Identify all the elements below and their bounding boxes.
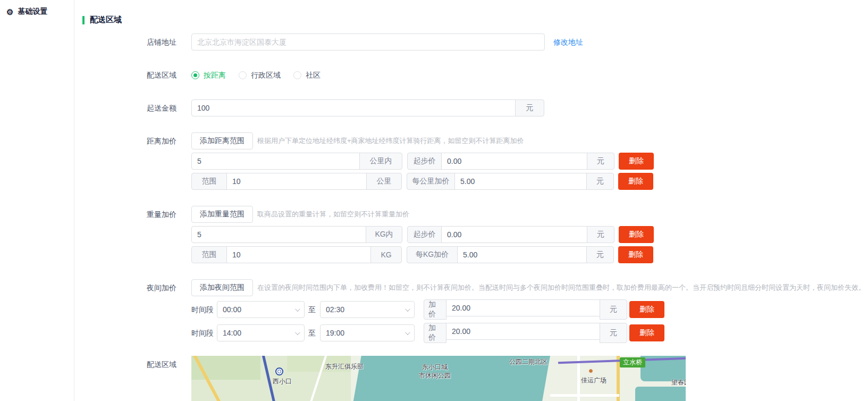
distance-label: 距离加价 xyxy=(74,132,191,149)
per-km-price-group: 每公里加价 元 xyxy=(407,173,614,190)
night-surcharge-section: 夜间加价 添加夜间范围 在设置的夜间时间范围内下单，加收费用！如留空，则不计算夜… xyxy=(74,279,868,343)
min-amount-row: 起送金额 元 xyxy=(74,99,868,116)
edit-address-link[interactable]: 修改地址 xyxy=(553,34,583,51)
radio-by-distance[interactable]: 按距离 xyxy=(191,66,226,83)
store-address-input[interactable] xyxy=(191,34,545,51)
sidebar: ⚙ 基础设置 xyxy=(0,0,74,401)
radio-admin-region[interactable]: 行政区域 xyxy=(239,66,281,83)
weight-limit-input[interactable] xyxy=(191,226,366,243)
weight-row-1: KG内 起步价 元 删除 xyxy=(191,226,654,243)
distance-base-price-input[interactable] xyxy=(441,153,587,170)
night-start-select[interactable]: 14:00 xyxy=(217,324,305,341)
distance-base-price-group: 起步价 元 xyxy=(407,153,614,170)
store-address-row: 店铺地址 修改地址 xyxy=(74,34,868,51)
night-price-input[interactable] xyxy=(446,323,600,340)
kg-within-suffix: KG内 xyxy=(366,226,402,243)
radio-community[interactable]: 社区 xyxy=(293,66,321,83)
yuan-suffix: 元 xyxy=(515,99,544,116)
distance-limit-input[interactable] xyxy=(191,153,360,170)
period-label: 时间段 xyxy=(191,301,214,318)
distance-range-input[interactable] xyxy=(226,173,367,190)
distance-hint: 根据用户下单定位地址经纬度+商家地址经纬度计算骑行距离，如留空则不计算距离加价 xyxy=(257,136,524,146)
weight-range-input[interactable] xyxy=(226,246,371,263)
delete-button[interactable]: 删除 xyxy=(629,324,664,341)
area-type-row: 配送区域 按距离 行政区域 社区 xyxy=(74,66,868,83)
delete-button[interactable]: 删除 xyxy=(619,153,654,170)
weight-controls: 添加重量范围 取商品设置的重量计算，如留空则不计算重量加价 KG内 起步价 元 … xyxy=(191,206,654,263)
night-price-group: 加价 元 xyxy=(424,299,627,320)
night-price-input[interactable] xyxy=(446,299,600,316)
to-label: 至 xyxy=(308,324,316,341)
per-kg-price-input[interactable] xyxy=(457,246,587,263)
range-prefix: 范围 xyxy=(191,246,227,263)
select-value: 19:00 xyxy=(326,329,344,337)
radio-selected-icon xyxy=(191,71,199,79)
weight-range-group: 范围 KG xyxy=(191,246,402,263)
map-label-park: 东小口城 市休闲公园 xyxy=(419,363,451,380)
per-km-price-input[interactable] xyxy=(454,173,587,190)
add-distance-range-button[interactable]: 添加距离范围 xyxy=(191,132,253,149)
map-label-park-north: 公园二期北区 xyxy=(509,357,547,366)
sidebar-item-label: 基础设置 xyxy=(18,7,47,16)
weight-base-price-group: 起步价 元 xyxy=(407,226,614,243)
min-amount-input[interactable] xyxy=(191,99,516,116)
period-label: 时间段 xyxy=(191,324,214,341)
weight-hint: 取商品设置的重量计算，如留空则不计算重量加价 xyxy=(257,210,409,219)
delete-button[interactable]: 删除 xyxy=(629,301,664,318)
weight-label: 重量加价 xyxy=(74,206,191,223)
weight-toolbar: 添加重量范围 取商品设置的重量计算，如留空则不计算重量加价 xyxy=(191,206,654,223)
add-weight-range-button[interactable]: 添加重量范围 xyxy=(191,206,253,223)
night-controls: 添加夜间范围 在设置的夜间时间范围内下单，加收费用！如留空，则不计算夜间加价。当… xyxy=(191,279,865,343)
to-label: 至 xyxy=(308,301,316,318)
map-label-club: 东升汇俱乐部 xyxy=(325,362,364,371)
yuan-suffix: 元 xyxy=(587,226,614,243)
kg-suffix: KG xyxy=(370,246,402,263)
radio-unselected-icon xyxy=(293,71,301,79)
surcharge-prefix: 加价 xyxy=(424,299,446,320)
store-address-controls: 修改地址 xyxy=(191,34,583,51)
distance-row-2: 范围 公里 每公里加价 元 删除 xyxy=(191,173,654,190)
section-accent-bar xyxy=(82,16,85,24)
yuan-suffix: 元 xyxy=(587,153,614,170)
section-header: 配送区域 xyxy=(82,15,868,25)
sidebar-item-basic-settings[interactable]: ⚙ 基础设置 xyxy=(0,0,74,23)
per-kg-price-group: 每KG加价 元 xyxy=(407,246,614,263)
per-km-prefix: 每公里加价 xyxy=(407,173,455,190)
night-start-select[interactable]: 00:00 xyxy=(217,301,305,318)
add-night-range-button[interactable]: 添加夜间范围 xyxy=(191,279,253,296)
delete-button[interactable]: 删除 xyxy=(618,173,653,190)
range-prefix: 范围 xyxy=(191,173,227,190)
night-row-1: 时间段 00:00 至 02:30 加价 元 删除 xyxy=(191,299,865,320)
night-end-select[interactable]: 02:30 xyxy=(320,301,415,318)
yuan-suffix: 元 xyxy=(586,246,614,263)
night-toolbar: 添加夜间范围 在设置的夜间时间范围内下单，加收费用！如留空，则不计算夜间加价。当… xyxy=(191,279,865,296)
delete-button[interactable]: 删除 xyxy=(618,246,653,263)
distance-row-1: 公里内 起步价 元 删除 xyxy=(191,153,654,170)
map-water-right-bottom xyxy=(635,387,686,401)
map-label-lishuiqiao: 立水桥 xyxy=(620,357,645,367)
distance-limit-group: 公里内 xyxy=(191,153,402,170)
map-label-wangchunyuan: 望春园 xyxy=(671,378,686,387)
weight-limit-group: KG内 xyxy=(191,226,402,243)
min-amount-group: 元 xyxy=(191,99,544,116)
min-amount-label: 起送金额 xyxy=(74,99,191,116)
distance-controls: 添加距离范围 根据用户下单定位地址经纬度+商家地址经纬度计算骑行距离，如留空则不… xyxy=(191,132,654,190)
surcharge-prefix: 加价 xyxy=(424,323,446,343)
map-label-jiayun-plaza: 佳运广场 xyxy=(581,376,606,385)
map-label-park-line1: 东小口城 xyxy=(419,363,451,371)
map-label-text: 配送区域 xyxy=(74,356,191,373)
yuan-suffix: 元 xyxy=(586,173,614,190)
delete-button[interactable]: 删除 xyxy=(619,226,654,243)
area-type-radio-group: 按距离 行政区域 社区 xyxy=(191,66,333,83)
weight-surcharge-section: 重量加价 添加重量范围 取商品设置的重量计算，如留空则不计算重量加价 KG内 起… xyxy=(74,206,868,263)
km-within-suffix: 公里内 xyxy=(359,153,402,170)
select-value: 00:00 xyxy=(223,305,241,314)
weight-row-2: 范围 KG 每KG加价 元 删除 xyxy=(191,246,654,263)
chevron-down-icon xyxy=(405,306,410,312)
chevron-down-icon xyxy=(295,306,300,312)
app-window: ⚙ 基础设置 配送区域 店铺地址 修改地址 配送区域 按距离 xyxy=(0,0,868,401)
delivery-map[interactable]: 东升汇俱乐部 西小口 东小口城 市休闲公园 公园二期北区 佳运广场 立水桥 望春… xyxy=(191,356,686,401)
per-kg-prefix: 每KG加价 xyxy=(407,246,458,263)
night-end-select[interactable]: 19:00 xyxy=(320,324,415,341)
weight-base-price-input[interactable] xyxy=(441,226,587,243)
